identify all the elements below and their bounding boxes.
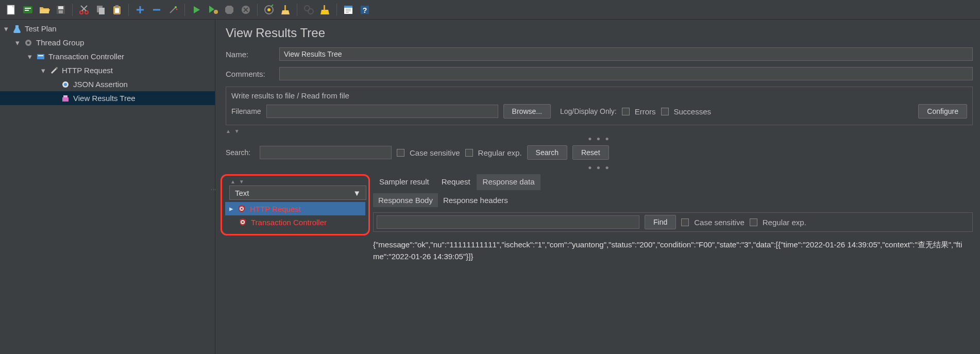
svg-point-8 <box>80 11 83 14</box>
collapse-arrows[interactable]: ▲ ▼ <box>226 128 973 134</box>
svg-marker-23 <box>194 6 200 13</box>
wand-icon[interactable] <box>166 3 180 17</box>
find-button[interactable]: Find <box>645 215 676 229</box>
tree-label: Transaction Controller <box>48 52 124 61</box>
svg-rect-53 <box>63 95 67 97</box>
browse-button[interactable]: Browse... <box>503 104 551 119</box>
chevron-down-icon[interactable]: ▾ <box>40 66 46 75</box>
errors-label: Errors <box>635 107 656 116</box>
collapse-arrows[interactable]: ▲ ▼ <box>230 179 365 184</box>
splitter-grip[interactable]: ⋮ <box>211 187 216 192</box>
tree-label: HTTP Request <box>62 66 113 75</box>
filename-label: Filename <box>231 107 261 115</box>
pipette-icon <box>49 66 59 75</box>
paste-icon[interactable] <box>110 3 124 17</box>
search-input[interactable] <box>260 146 392 159</box>
successes-checkbox[interactable] <box>661 108 669 115</box>
svg-rect-15 <box>115 5 119 7</box>
broom-icon[interactable] <box>278 3 293 17</box>
tab-request[interactable]: Request <box>435 174 477 190</box>
chevron-down-icon[interactable]: ▾ <box>27 52 33 61</box>
controller-icon <box>36 52 45 61</box>
search-button[interactable]: Search <box>527 145 567 160</box>
shield-fail-icon <box>238 205 246 213</box>
clear-icon[interactable] <box>262 3 276 17</box>
regex-checkbox[interactable] <box>465 149 473 157</box>
case-sensitive-label: Case sensitive <box>410 148 460 157</box>
save-icon[interactable] <box>54 3 68 17</box>
tree-http-request[interactable]: ▾ HTTP Request <box>0 63 215 77</box>
configure-button[interactable]: Configure <box>918 104 967 119</box>
help-icon[interactable]: ? <box>358 3 372 17</box>
svg-line-11 <box>81 6 86 11</box>
response-body-text[interactable]: {"message":"ok","nu":"11111111111","isch… <box>373 239 973 262</box>
response-subtabs: Response Body Response headers <box>373 193 973 207</box>
editor-panel: View Results Tree Name: Comments: Write … <box>215 20 980 354</box>
assertion-icon <box>61 80 70 89</box>
page-title: View Results Tree <box>226 26 973 40</box>
stop-icon[interactable] <box>222 3 236 17</box>
svg-point-31 <box>267 8 271 11</box>
svg-point-45 <box>27 41 30 44</box>
copy-icon[interactable] <box>93 3 108 17</box>
result-item-transaction-controller[interactable]: Transaction Controller <box>225 215 365 229</box>
chevron-down-icon[interactable]: ▾ <box>3 24 9 33</box>
comments-label: Comments: <box>226 70 273 78</box>
case-sensitive-checkbox[interactable] <box>397 149 404 157</box>
name-field[interactable] <box>279 47 973 61</box>
main-toolbar: ? <box>0 0 980 20</box>
svg-rect-38 <box>344 6 352 8</box>
cut-icon[interactable] <box>77 3 91 17</box>
renderer-select[interactable]: Text ▼ <box>229 186 366 200</box>
clear-search-icon[interactable] <box>318 3 332 17</box>
svg-rect-4 <box>25 10 29 11</box>
open-icon[interactable] <box>37 3 52 17</box>
svg-point-22 <box>176 8 178 10</box>
tree-thread-group[interactable]: ▾ Thread Group <box>0 36 215 49</box>
tab-response-data[interactable]: Response data <box>477 174 541 190</box>
plus-icon[interactable] <box>133 3 147 17</box>
svg-line-10 <box>82 6 87 11</box>
search-icon[interactable] <box>301 3 316 17</box>
filename-field[interactable] <box>266 105 498 118</box>
templates-icon[interactable] <box>21 3 35 17</box>
chevron-right-icon[interactable]: ▸ <box>229 204 233 213</box>
function-helper-icon[interactable] <box>341 3 356 17</box>
name-label: Name: <box>226 50 273 59</box>
beaker-icon <box>12 24 22 33</box>
results-list: ▸ HTTP Request Transaction Controller <box>225 202 365 229</box>
subtab-response-headers[interactable]: Response headers <box>438 193 513 207</box>
renderer-value: Text <box>235 189 249 197</box>
errors-checkbox[interactable] <box>622 108 630 115</box>
result-item-http-request[interactable]: ▸ HTTP Request <box>225 202 365 215</box>
tree-json-assertion[interactable]: JSON Assertion <box>0 77 215 91</box>
chevron-down-icon[interactable]: ▾ <box>14 38 21 47</box>
reset-button[interactable]: Reset <box>572 145 609 160</box>
tree-label: View Results Tree <box>73 94 136 103</box>
test-plan-tree: ▾ Test Plan ▾ Thread Group ▾ Transaction… <box>0 20 215 354</box>
svg-text:?: ? <box>363 6 367 14</box>
svg-marker-24 <box>209 6 214 13</box>
comments-field[interactable] <box>279 67 973 80</box>
minus-icon[interactable] <box>149 3 164 17</box>
tab-sampler-result[interactable]: Sampler result <box>373 174 435 190</box>
tree-transaction-controller[interactable]: ▾ Transaction Controller <box>0 49 215 63</box>
subtab-response-body[interactable]: Response Body <box>373 193 438 207</box>
result-label: HTTP Request <box>250 205 301 213</box>
tree-test-plan[interactable]: ▾ Test Plan <box>0 22 215 36</box>
svg-point-25 <box>214 10 218 14</box>
chevron-down-icon: ▼ <box>353 189 361 197</box>
find-case-checkbox[interactable] <box>681 218 689 226</box>
find-input[interactable] <box>377 215 639 229</box>
results-icon <box>61 94 70 103</box>
run-noTimers-icon[interactable] <box>206 3 220 17</box>
svg-point-35 <box>308 9 313 14</box>
svg-rect-7 <box>59 10 63 13</box>
run-icon[interactable] <box>189 3 204 17</box>
new-icon[interactable] <box>4 3 19 17</box>
svg-line-48 <box>52 69 56 73</box>
find-regex-checkbox[interactable] <box>750 218 757 226</box>
tree-view-results-tree[interactable]: View Results Tree <box>0 91 215 105</box>
detail-tabs: Sampler result Request Response data <box>373 174 973 190</box>
shutdown-icon[interactable] <box>239 3 253 17</box>
